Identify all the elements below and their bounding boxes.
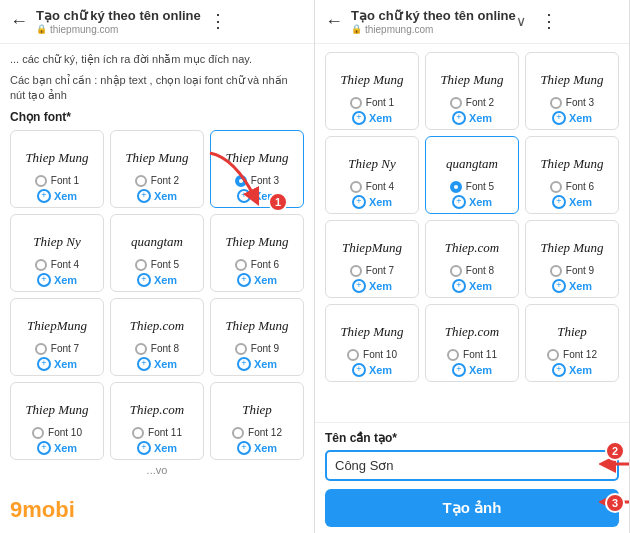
xem-row-4[interactable]: +Xem <box>37 273 77 287</box>
xem-row-3[interactable]: +Xem <box>552 111 592 125</box>
radio-1[interactable] <box>35 175 47 187</box>
create-button[interactable]: Tạo ảnh <box>325 489 619 527</box>
font-section-label: Chọn font* <box>10 110 304 124</box>
xem-row-8[interactable]: +Xem <box>137 357 177 371</box>
font-card-6[interactable]: Thiep MungFont 6+Xem <box>210 214 304 292</box>
svg-text:quangtam: quangtam <box>131 234 183 249</box>
font-card-1[interactable]: Thiep MungFont 1+Xem <box>10 130 104 208</box>
radio-12[interactable] <box>232 427 244 439</box>
radio-7[interactable] <box>35 343 47 355</box>
xem-row-1[interactable]: +Xem <box>37 189 77 203</box>
radio-5[interactable] <box>450 181 462 193</box>
radio-2[interactable] <box>135 175 147 187</box>
font-card-8[interactable]: Thiep.comFont 8+Xem <box>425 220 519 298</box>
xem-text-4: Xem <box>54 274 77 286</box>
font-label-1: Font 1 <box>51 175 79 186</box>
xem-row-6[interactable]: +Xem <box>237 273 277 287</box>
xem-row-12[interactable]: +Xem <box>552 363 592 377</box>
xem-row-1[interactable]: +Xem <box>352 111 392 125</box>
font-card-11[interactable]: Thiep.comFont 11+Xem <box>110 382 204 460</box>
xem-row-9[interactable]: +Xem <box>237 357 277 371</box>
radio-11[interactable] <box>447 349 459 361</box>
font-card-5[interactable]: quangtamFont 5+Xem <box>110 214 204 292</box>
font-grid-right: Thiep MungFont 1+XemThiep MungFont 2+Xem… <box>325 52 619 382</box>
xem-row-2[interactable]: +Xem <box>452 111 492 125</box>
font-card-10[interactable]: Thiep MungFont 10+Xem <box>325 304 419 382</box>
font-preview-3: Thiep Mung <box>531 59 613 95</box>
xem-row-6[interactable]: +Xem <box>552 195 592 209</box>
radio-8[interactable] <box>450 265 462 277</box>
font-card-7[interactable]: ThiepMungFont 7+Xem <box>325 220 419 298</box>
menu-icon-left[interactable]: ⋮ <box>201 10 227 32</box>
radio-10[interactable] <box>347 349 359 361</box>
font-card-2[interactable]: Thiep MungFont 2+Xem <box>425 52 519 130</box>
radio-4[interactable] <box>350 181 362 193</box>
xem-row-5[interactable]: +Xem <box>137 273 177 287</box>
radio-6[interactable] <box>550 181 562 193</box>
svg-text:Thiep: Thiep <box>557 324 587 339</box>
font-name-row-8: Font 8 <box>450 265 494 277</box>
font-card-11[interactable]: Thiep.comFont 11+Xem <box>425 304 519 382</box>
font-card-4[interactable]: Thiep NyFont 4+Xem <box>10 214 104 292</box>
xem-row-5[interactable]: +Xem <box>452 195 492 209</box>
back-button-left[interactable]: ← <box>10 11 28 32</box>
plus-icon-2: + <box>141 191 146 200</box>
right-panel: ← Tạo chữ ký theo tên online 🔒 thiepmung… <box>315 0 630 533</box>
name-input[interactable] <box>325 450 619 481</box>
xem-icon-6: + <box>552 195 566 209</box>
back-button-right[interactable]: ← <box>325 11 343 32</box>
xem-row-8[interactable]: +Xem <box>452 279 492 293</box>
svg-text:Thiep Mung: Thiep Mung <box>125 150 189 165</box>
bottom-text-left: ...vo <box>10 460 304 480</box>
xem-row-9[interactable]: +Xem <box>552 279 592 293</box>
xem-row-10[interactable]: +Xem <box>352 363 392 377</box>
radio-12[interactable] <box>547 349 559 361</box>
xem-row-10[interactable]: +Xem <box>37 441 77 455</box>
svg-text:Thiep Mung: Thiep Mung <box>225 150 289 165</box>
radio-8[interactable] <box>135 343 147 355</box>
radio-10[interactable] <box>32 427 44 439</box>
radio-1[interactable] <box>350 97 362 109</box>
font-card-3[interactable]: Thiep MungFont 3+Xem <box>525 52 619 130</box>
font-card-12[interactable]: ThiepFont 12+Xem <box>210 382 304 460</box>
menu-icon-right[interactable]: ⋮ <box>532 10 558 32</box>
xem-icon-7: + <box>352 279 366 293</box>
font-label-3: Font 3 <box>251 175 279 186</box>
plus-icon-4: + <box>41 275 46 284</box>
font-card-12[interactable]: ThiepFont 12+Xem <box>525 304 619 382</box>
radio-7[interactable] <box>350 265 362 277</box>
font-card-2[interactable]: Thiep MungFont 2+Xem <box>110 130 204 208</box>
font-name-row-4: Font 4 <box>35 259 79 271</box>
radio-2[interactable] <box>450 97 462 109</box>
font-card-9[interactable]: Thiep MungFont 9+Xem <box>525 220 619 298</box>
font-card-5[interactable]: quangtamFont 5+Xem <box>425 136 519 214</box>
font-card-4[interactable]: Thiep NyFont 4+Xem <box>325 136 419 214</box>
radio-11[interactable] <box>132 427 144 439</box>
xem-row-2[interactable]: +Xem <box>137 189 177 203</box>
radio-9[interactable] <box>550 265 562 277</box>
font-card-3[interactable]: Thiep MungFont 3+Xem <box>210 130 304 208</box>
xem-row-7[interactable]: +Xem <box>37 357 77 371</box>
font-card-7[interactable]: ThiepMungFont 7+Xem <box>10 298 104 376</box>
radio-6[interactable] <box>235 259 247 271</box>
radio-4[interactable] <box>35 259 47 271</box>
xem-row-11[interactable]: +Xem <box>137 441 177 455</box>
radio-5[interactable] <box>135 259 147 271</box>
xem-icon-9: + <box>552 279 566 293</box>
radio-3[interactable] <box>550 97 562 109</box>
xem-row-7[interactable]: +Xem <box>352 279 392 293</box>
xem-row-4[interactable]: +Xem <box>352 195 392 209</box>
radio-9[interactable] <box>235 343 247 355</box>
plus-icon-7: + <box>41 359 46 368</box>
font-card-9[interactable]: Thiep MungFont 9+Xem <box>210 298 304 376</box>
font-card-10[interactable]: Thiep MungFont 10+Xem <box>10 382 104 460</box>
font-card-8[interactable]: Thiep.comFont 8+Xem <box>110 298 204 376</box>
font-name-row-3: Font 3 <box>550 97 594 109</box>
chevron-down-icon[interactable]: ∨ <box>516 13 526 29</box>
plus-icon-12: + <box>556 365 561 374</box>
xem-row-11[interactable]: +Xem <box>452 363 492 377</box>
radio-3[interactable] <box>235 175 247 187</box>
font-card-6[interactable]: Thiep MungFont 6+Xem <box>525 136 619 214</box>
xem-row-12[interactable]: +Xem <box>237 441 277 455</box>
font-card-1[interactable]: Thiep MungFont 1+Xem <box>325 52 419 130</box>
